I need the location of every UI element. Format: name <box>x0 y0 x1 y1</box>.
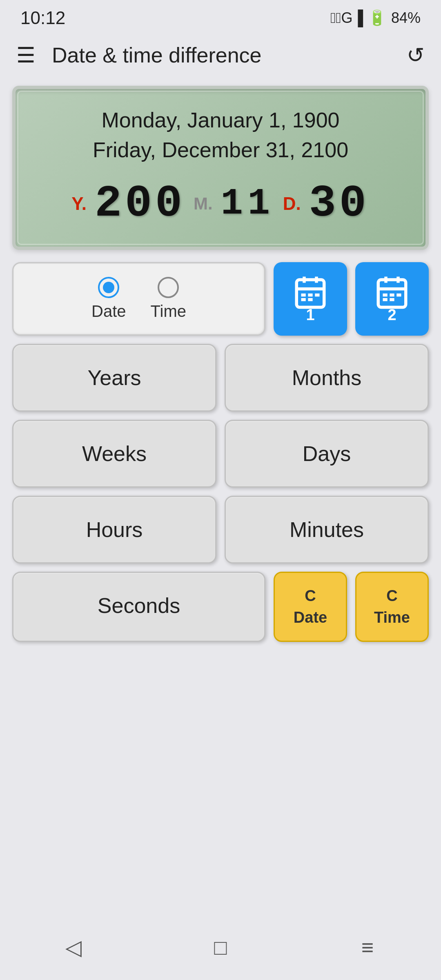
date-radio[interactable] <box>98 277 119 298</box>
buttons-area: Date Time 1 <box>12 262 429 642</box>
svg-rect-7 <box>301 298 306 301</box>
month-value: 11 <box>221 185 275 222</box>
calendar1-icon <box>292 274 329 310</box>
recents-icon: ≡ <box>361 935 374 960</box>
months-button[interactable]: Months <box>225 344 429 412</box>
weeks-button[interactable]: Weeks <box>12 420 216 488</box>
battery-icon: 🔋 <box>368 9 386 27</box>
year-label: Y. <box>71 194 87 214</box>
calendar2-icon <box>374 274 410 310</box>
mode-selector[interactable]: Date Time <box>12 262 265 336</box>
year-value: 200 <box>95 181 185 226</box>
display-panel: Monday, January 1, 1900 Friday, December… <box>12 86 429 250</box>
svg-rect-13 <box>383 294 388 297</box>
back-button[interactable]: ◁ <box>49 931 98 964</box>
nav-bar: ◁ □ ≡ <box>0 923 441 980</box>
time-mode-option[interactable]: Time <box>151 277 186 321</box>
clear-time-button[interactable]: C Time <box>355 572 429 642</box>
history-icon[interactable]: ↺ <box>407 43 425 67</box>
back-icon: ◁ <box>65 935 82 960</box>
cal1-num: 1 <box>306 306 314 324</box>
display-dates: Monday, January 1, 1900 Friday, December… <box>36 105 405 165</box>
svg-rect-17 <box>390 298 394 301</box>
hours-button[interactable]: Hours <box>12 496 216 564</box>
clear-date-button[interactable]: C Date <box>274 572 347 642</box>
svg-rect-16 <box>383 298 388 301</box>
time-radio[interactable] <box>158 277 179 298</box>
app-header: ☰ Date & time difference ↺ <box>0 33 441 78</box>
date-radio-label: Date <box>91 302 126 321</box>
status-icons: ⁴᷊G▐ 🔋 84% <box>330 9 421 27</box>
day-value: 30 <box>309 181 370 226</box>
svg-rect-8 <box>308 298 312 301</box>
signal-icon: ⁴᷊G▐ <box>330 9 363 27</box>
svg-rect-6 <box>315 294 319 297</box>
days-button[interactable]: Days <box>225 420 429 488</box>
status-bar: 10:12 ⁴᷊G▐ 🔋 84% <box>0 0 441 33</box>
clear-time-c: C <box>386 585 397 607</box>
hours-minutes-row: Hours Minutes <box>12 496 429 564</box>
bottom-row: Seconds C Date C Time <box>12 572 429 642</box>
minutes-button[interactable]: Minutes <box>225 496 429 564</box>
battery-percent: 84% <box>391 9 421 27</box>
svg-rect-4 <box>301 294 306 297</box>
date1-display: Monday, January 1, 1900 <box>36 105 405 135</box>
years-months-row: Years Months <box>12 344 429 412</box>
calendar2-button[interactable]: 2 <box>355 262 429 336</box>
date-mode-option[interactable]: Date <box>91 277 126 321</box>
cal2-num: 2 <box>388 306 396 324</box>
calendar1-button[interactable]: 1 <box>274 262 347 336</box>
svg-rect-14 <box>390 294 394 297</box>
menu-icon[interactable]: ☰ <box>16 43 36 67</box>
recents-button[interactable]: ≡ <box>343 931 392 964</box>
display-result: Y. 200 M. 11 D. 30 <box>36 181 405 226</box>
weeks-days-row: Weeks Days <box>12 420 429 488</box>
status-time: 10:12 <box>20 8 65 28</box>
month-label: M. <box>194 194 213 214</box>
svg-rect-15 <box>396 294 401 297</box>
svg-rect-5 <box>308 294 312 297</box>
clear-time-label: Time <box>374 607 410 628</box>
time-radio-label: Time <box>151 302 186 321</box>
home-icon: □ <box>214 935 227 960</box>
clear-date-label: Date <box>294 607 327 628</box>
page-title: Date & time difference <box>52 43 407 67</box>
seconds-button[interactable]: Seconds <box>12 572 265 642</box>
date2-display: Friday, December 31, 2100 <box>36 135 405 165</box>
home-button[interactable]: □ <box>196 931 245 964</box>
years-button[interactable]: Years <box>12 344 216 412</box>
mode-row: Date Time 1 <box>12 262 429 336</box>
clear-date-c: C <box>305 585 316 607</box>
day-label: D. <box>283 194 301 214</box>
